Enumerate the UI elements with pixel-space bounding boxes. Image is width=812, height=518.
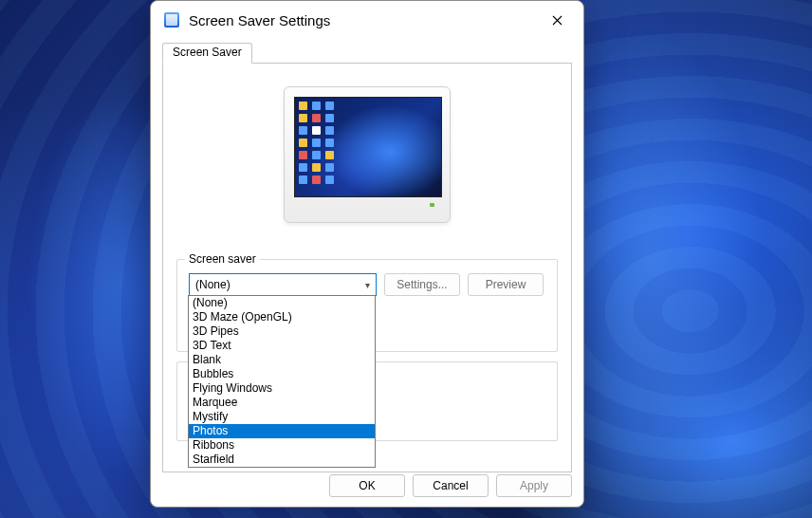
chevron-down-icon: ▾ <box>365 280 370 290</box>
dropdown-option[interactable]: 3D Maze (OpenGL) <box>189 310 375 324</box>
monitor-frame <box>284 86 451 223</box>
dropdown-option[interactable]: Bubbles <box>189 367 375 381</box>
preview-button[interactable]: Preview <box>468 273 544 296</box>
dropdown-option[interactable]: 3D Pipes <box>189 324 375 339</box>
screen-saver-settings-dialog: Screen Saver Settings Screen Saver <box>150 0 584 508</box>
screensaver-select[interactable]: (None) ▾ <box>189 273 377 296</box>
group-label-screensaver: Screen saver <box>185 252 260 266</box>
dropdown-option[interactable]: Marquee <box>189 396 375 410</box>
monitor-preview <box>284 86 451 223</box>
screensaver-icon <box>164 12 179 28</box>
dropdown-option[interactable]: 3D Text <box>189 339 375 353</box>
cancel-button[interactable]: Cancel <box>413 474 489 497</box>
dropdown-option[interactable]: Blank <box>189 353 375 367</box>
monitor-screen <box>294 97 442 197</box>
apply-button[interactable]: Apply <box>496 474 572 497</box>
window-title: Screen Saver Settings <box>189 12 330 28</box>
screensaver-dropdown-list[interactable]: (None)3D Maze (OpenGL)3D Pipes3D TextBla… <box>188 295 376 468</box>
screensaver-select-value: (None) <box>195 278 231 291</box>
dropdown-option[interactable]: Mystify <box>189 410 375 424</box>
dropdown-option[interactable]: Ribbons <box>189 438 375 453</box>
dropdown-option[interactable]: Photos <box>189 424 375 438</box>
tabstrip: Screen Saver <box>162 43 572 64</box>
close-button[interactable] <box>544 7 570 33</box>
dialog-buttons: OK Cancel Apply <box>329 474 572 497</box>
close-icon <box>552 15 563 26</box>
dialog-body: Screen Saver <box>151 39 583 507</box>
desktop-icons-preview <box>299 102 335 184</box>
settings-button[interactable]: Settings... <box>384 273 460 296</box>
monitor-base <box>294 201 440 209</box>
titlebar: Screen Saver Settings <box>151 1 583 39</box>
dropdown-option[interactable]: (None) <box>189 296 375 310</box>
ok-button[interactable]: OK <box>329 474 405 497</box>
dropdown-option[interactable]: Flying Windows <box>189 381 375 396</box>
tab-screen-saver[interactable]: Screen Saver <box>162 43 252 64</box>
tab-panel: Screen saver (None) ▾ Settings... Previe… <box>162 63 572 472</box>
dropdown-option[interactable]: Starfield <box>189 453 375 467</box>
